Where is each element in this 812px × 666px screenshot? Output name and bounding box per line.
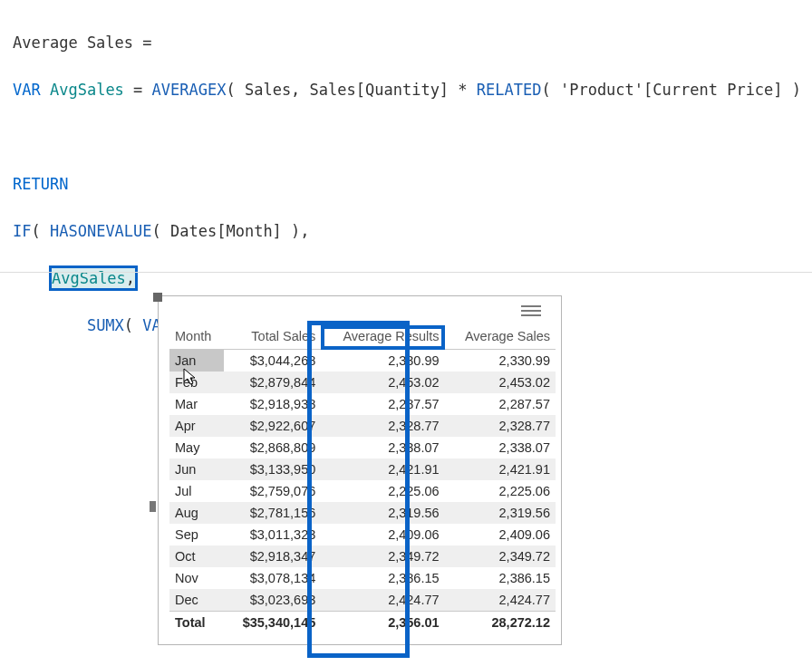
cell-month[interactable]: Apr [169, 415, 224, 437]
dax-line-blank [13, 125, 799, 149]
cell-month[interactable]: Feb [169, 372, 224, 393]
cell-total-sales[interactable]: $2,759,076 [224, 480, 321, 502]
cell-average-results[interactable]: 2,453.02 [321, 372, 444, 393]
dax-line-4: IF( HASONEVALUE( Dates[Month] ), [13, 219, 799, 243]
table-row[interactable]: Jun$3,133,9502,421.912,421.91 [169, 458, 556, 480]
section-divider [0, 272, 812, 273]
cell-total-sales[interactable]: $3,078,134 [224, 567, 321, 589]
cell-month[interactable]: Jul [169, 480, 224, 502]
cell-average-sales[interactable]: 2,319.56 [445, 502, 556, 524]
table-row[interactable]: Jul$2,759,0762,225.062,225.06 [169, 480, 556, 502]
cell-total-sales[interactable]: $2,918,938 [224, 393, 321, 415]
cell-average-sales[interactable]: 2,338.07 [445, 437, 556, 458]
cell-average-sales[interactable]: 2,328.77 [445, 415, 556, 437]
header-total-sales[interactable]: Total Sales [224, 325, 321, 350]
table-visual[interactable]: Month Total Sales Average Results Averag… [158, 295, 562, 645]
cell-month[interactable]: Jun [169, 458, 224, 480]
cell-average-results[interactable]: 2,338.07 [321, 437, 444, 458]
cell-total-sales[interactable]: $3,011,323 [224, 524, 321, 545]
cell-month[interactable]: Mar [169, 393, 224, 415]
header-average-results[interactable]: Average Results [321, 325, 444, 350]
table-row[interactable]: Aug$2,781,1562,319.562,319.56 [169, 502, 556, 524]
cell-total-sales[interactable]: $3,044,268 [224, 350, 321, 372]
cell-average-results[interactable]: 2,421.91 [321, 458, 444, 480]
table-row[interactable]: Nov$3,078,1342,386.152,386.15 [169, 567, 556, 589]
cell-average-sales[interactable]: 2,386.15 [445, 567, 556, 589]
cell-total-sales[interactable]: $2,918,347 [224, 545, 321, 567]
dax-line-5: AvgSales, [13, 266, 799, 290]
cell-average-sales[interactable]: 28,272.12 [445, 612, 556, 634]
dax-line-1: Average Sales = [13, 31, 799, 54]
cell-average-sales[interactable]: 2,409.06 [445, 524, 556, 545]
cell-average-results[interactable]: 2,319.56 [321, 502, 444, 524]
table-row[interactable]: Jan$3,044,2682,330.992,330.99 [169, 350, 556, 372]
measure-name: Average Sales [13, 34, 133, 52]
cell-average-sales[interactable]: 2,330.99 [445, 350, 556, 372]
dax-line-2: VAR AvgSales = AVERAGEX( Sales, Sales[Qu… [13, 78, 799, 101]
cell-month[interactable]: Oct [169, 545, 224, 567]
selection-handle-icon[interactable] [153, 293, 162, 302]
cell-month[interactable]: Jan [169, 350, 224, 372]
cell-total-sales[interactable]: $2,781,156 [224, 502, 321, 524]
cell-month[interactable]: Nov [169, 567, 224, 589]
cell-average-results[interactable]: 2,424.77 [321, 589, 444, 612]
cell-average-sales[interactable]: 2,453.02 [445, 372, 556, 393]
cell-average-results[interactable]: 2,386.15 [321, 567, 444, 589]
cell-month[interactable]: Sep [169, 524, 224, 545]
cell-total-sales[interactable]: $2,922,607 [224, 415, 321, 437]
table-row[interactable]: Apr$2,922,6072,328.772,328.77 [169, 415, 556, 437]
table-row[interactable]: Dec$3,023,6932,424.772,424.77 [169, 589, 556, 612]
cell-average-sales[interactable]: 2,421.91 [445, 458, 556, 480]
cell-average-results[interactable]: 2,328.77 [321, 415, 444, 437]
cell-total-sales[interactable]: $35,340,145 [224, 612, 321, 634]
cell-average-results[interactable]: 2,409.06 [321, 524, 444, 545]
cell-total-sales[interactable]: $3,133,950 [224, 458, 321, 480]
header-average-sales[interactable]: Average Sales [445, 325, 556, 350]
cell-average-results[interactable]: 2,356.01 [321, 612, 444, 634]
cell-average-results[interactable]: 2,349.72 [321, 545, 444, 567]
cell-month[interactable]: Dec [169, 589, 224, 612]
results-table: Month Total Sales Average Results Averag… [169, 325, 556, 633]
resize-handle-icon[interactable] [150, 501, 156, 512]
header-month[interactable]: Month [169, 325, 224, 350]
table-row[interactable]: Feb$2,879,8442,453.022,453.02 [169, 372, 556, 393]
cell-average-sales[interactable]: 2,287.57 [445, 393, 556, 415]
table-row[interactable]: May$2,868,8092,338.072,338.07 [169, 437, 556, 458]
highlight-avgsales-true-branch: AvgSales, [50, 266, 137, 290]
table-total-row[interactable]: Total$35,340,1452,356.0128,272.12 [169, 612, 556, 634]
cell-month[interactable]: May [169, 437, 224, 458]
table-row[interactable]: Oct$2,918,3472,349.722,349.72 [169, 545, 556, 567]
cell-total-sales[interactable]: $3,023,693 [224, 589, 321, 612]
var-avgsales: AvgSales [50, 81, 124, 99]
dax-line-3: RETURN [13, 172, 799, 196]
cell-average-sales[interactable]: 2,424.77 [445, 589, 556, 612]
cell-average-sales[interactable]: 2,349.72 [445, 545, 556, 567]
table-row[interactable]: Sep$3,011,3232,409.062,409.06 [169, 524, 556, 545]
table-header-row: Month Total Sales Average Results Averag… [169, 325, 556, 350]
cell-average-results[interactable]: 2,225.06 [321, 480, 444, 502]
table-row[interactable]: Mar$2,918,9382,287.572,287.57 [169, 393, 556, 415]
cell-month[interactable]: Total [169, 612, 224, 634]
drag-handle-icon[interactable] [521, 305, 541, 318]
cell-average-results[interactable]: 2,287.57 [321, 393, 444, 415]
cell-month[interactable]: Aug [169, 502, 224, 524]
cell-total-sales[interactable]: $2,879,844 [224, 372, 321, 393]
cell-average-sales[interactable]: 2,225.06 [445, 480, 556, 502]
cell-average-results[interactable]: 2,330.99 [321, 350, 444, 372]
cell-total-sales[interactable]: $2,868,809 [224, 437, 321, 458]
